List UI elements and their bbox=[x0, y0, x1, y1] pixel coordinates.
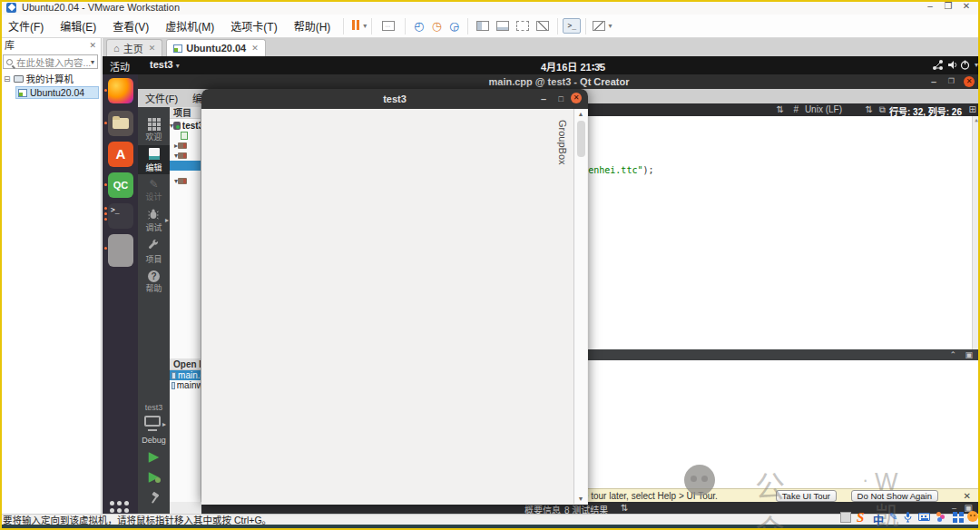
mode-edit[interactable]: 编辑 bbox=[138, 145, 170, 174]
kit-selector-button[interactable]: ▸ bbox=[144, 416, 161, 431]
tree-row-selected[interactable] bbox=[170, 161, 201, 171]
test3-maximize-icon[interactable]: □ bbox=[559, 89, 564, 109]
search-dropdown-icon[interactable]: ▾ bbox=[91, 58, 94, 66]
run-button[interactable]: ▶ bbox=[138, 450, 170, 463]
power-icon[interactable] bbox=[959, 59, 971, 73]
build-button[interactable] bbox=[138, 492, 170, 505]
collapse-icon[interactable]: ⌃ bbox=[949, 350, 956, 359]
toolbox-grid-icon[interactable] bbox=[953, 512, 964, 523]
mode-projects[interactable]: 项目 bbox=[138, 240, 170, 269]
mode-design[interactable]: ✎ 设计 bbox=[138, 178, 170, 207]
test3-close-icon[interactable]: ✕ bbox=[571, 93, 582, 103]
library-close-icon[interactable]: ✕ bbox=[89, 38, 96, 53]
tab-close-icon[interactable]: ✕ bbox=[251, 44, 259, 53]
stretch-dropdown-icon[interactable]: ▾ bbox=[608, 22, 612, 30]
unity-mode-icon[interactable] bbox=[536, 21, 549, 31]
appmenu-button[interactable]: test3 ▾ bbox=[150, 59, 180, 70]
sogou-logo-icon[interactable]: S bbox=[857, 510, 864, 525]
pause-dropdown-icon[interactable]: ▾ bbox=[363, 22, 367, 30]
window-restore-button[interactable]: ❐ bbox=[940, 1, 956, 11]
menu-tabs[interactable]: 选项卡(T) bbox=[222, 18, 285, 34]
firefox-icon[interactable] bbox=[108, 78, 133, 103]
qt-menu-file[interactable]: 文件(F) bbox=[138, 91, 185, 105]
terminal-icon[interactable]: >_ bbox=[108, 203, 133, 229]
printer-icon[interactable] bbox=[840, 512, 851, 523]
expand-panel-icon[interactable]: ▣ bbox=[965, 350, 973, 359]
test3-scrollbar[interactable]: ▲ ▼ bbox=[573, 109, 587, 504]
console-view-button[interactable]: >_ bbox=[563, 18, 581, 34]
show-thumbnails-icon[interactable] bbox=[496, 21, 509, 31]
tree-row-profile[interactable] bbox=[170, 131, 201, 141]
tree-row-headers[interactable]: ▸ bbox=[170, 141, 201, 151]
show-library-icon[interactable] bbox=[476, 21, 489, 31]
tab-home[interactable]: ⌂ 主页 ✕ bbox=[106, 39, 162, 56]
pane-updown-icon[interactable]: ⇅ bbox=[621, 503, 628, 513]
mode-debug[interactable]: ▸ 调试 bbox=[138, 209, 170, 238]
do-not-show-again-button[interactable]: Do Not Show Again bbox=[851, 490, 938, 502]
soft-keyboard-icon[interactable] bbox=[918, 513, 930, 521]
ime-mode-indicator[interactable]: 中 bbox=[873, 512, 884, 527]
notification-close-icon[interactable]: ✕ bbox=[964, 491, 971, 501]
tab-ubuntu-vm[interactable]: Ubuntu20.04 ✕ bbox=[166, 39, 266, 56]
open-doc-item[interactable]: mainwindow.cpp bbox=[170, 380, 201, 390]
menu-vm[interactable]: 虚拟机(M) bbox=[157, 18, 222, 34]
expander-minus-icon[interactable]: ⊟ bbox=[4, 74, 11, 84]
files-icon[interactable] bbox=[108, 111, 133, 136]
microphone-icon[interactable] bbox=[904, 512, 912, 525]
clock-button[interactable]: 4月16日 21∶35 bbox=[541, 59, 605, 74]
qtcreator-titlebar[interactable]: main.cpp @ test3 - Qt Creator – ❐ ✕ bbox=[138, 74, 980, 89]
line-ending-select[interactable]: Unix (LF) bbox=[805, 104, 842, 114]
handwriting-pen-icon[interactable]: ✎ bbox=[889, 511, 897, 523]
library-search-box[interactable]: 在此处键入内容... ▾ bbox=[3, 54, 98, 69]
scrollbar-thumb[interactable] bbox=[577, 121, 585, 157]
test3-minimize-icon[interactable]: – bbox=[541, 89, 546, 109]
ubuntu-software-icon[interactable]: A bbox=[108, 142, 133, 167]
qc-app-icon[interactable]: QC bbox=[108, 172, 133, 198]
qt-maximize-icon[interactable]: ❐ bbox=[948, 74, 955, 89]
activities-button[interactable]: 活动 bbox=[110, 59, 130, 74]
library-tree-vm[interactable]: Ubuntu20.04 bbox=[15, 86, 99, 99]
qt-minimize-icon[interactable]: – bbox=[931, 74, 936, 89]
vm-pause-button[interactable] bbox=[348, 20, 363, 32]
window-minimize-button[interactable]: – bbox=[922, 1, 938, 11]
tree-row-project-root[interactable]: ▾ test3 bbox=[170, 121, 201, 131]
stretch-guest-icon[interactable] bbox=[593, 21, 605, 31]
updown-icon[interactable]: ⇅ bbox=[777, 104, 784, 114]
updown-icon[interactable]: ⇅ bbox=[866, 104, 873, 114]
link-icon[interactable]: ⧉ bbox=[879, 104, 886, 115]
scroll-up-icon[interactable]: ▲ bbox=[574, 111, 587, 117]
take-ui-tour-button[interactable]: Take UI Tour bbox=[776, 490, 837, 502]
network-icon[interactable] bbox=[932, 59, 944, 73]
scroll-down-icon[interactable]: ▼ bbox=[574, 496, 587, 502]
test3-titlebar[interactable]: test3 – □ ✕ bbox=[201, 89, 588, 109]
editor-scrollbar[interactable]: ▲ bbox=[972, 116, 980, 349]
scroll-up-icon[interactable]: ▲ bbox=[973, 116, 980, 123]
qt-close-icon[interactable]: ✕ bbox=[964, 76, 975, 87]
library-tree-root[interactable]: ⊟ 我的计算机 bbox=[0, 73, 101, 85]
split-editor-icon[interactable]: ⊞ bbox=[969, 104, 976, 114]
menu-help[interactable]: 帮助(H) bbox=[286, 18, 339, 34]
tray-chevron-icon[interactable]: ▾ bbox=[975, 61, 978, 69]
menu-view[interactable]: 查看(V) bbox=[104, 18, 157, 34]
mode-welcome[interactable]: 欢迎 bbox=[138, 114, 170, 143]
snapshot-manager-icon[interactable]: ◶ bbox=[449, 20, 459, 32]
debug-bug-icon bbox=[148, 212, 160, 221]
projects-pane-header[interactable]: 项目 bbox=[170, 107, 201, 119]
snapshot-take-icon[interactable]: ◴ bbox=[414, 20, 424, 32]
open-documents-header[interactable]: Open Documents bbox=[170, 358, 201, 370]
tree-row-sources[interactable]: ▾ bbox=[170, 151, 201, 161]
emoji-icon[interactable] bbox=[967, 511, 978, 522]
ctrl-alt-del-icon[interactable]: ⋯ bbox=[382, 21, 395, 31]
tab-close-icon[interactable]: ✕ bbox=[149, 44, 156, 53]
mode-help[interactable]: ? 帮助 bbox=[138, 270, 170, 299]
active-app-icon[interactable] bbox=[108, 234, 133, 267]
fullscreen-icon[interactable] bbox=[516, 21, 529, 31]
open-doc-item[interactable]: main.cpp bbox=[170, 370, 201, 380]
debug-run-button[interactable]: ▶ bbox=[138, 470, 170, 483]
tree-row-forms[interactable]: ▾ bbox=[170, 176, 201, 186]
menu-edit[interactable]: 编辑(E) bbox=[52, 18, 104, 34]
window-close-button[interactable]: ✕ bbox=[958, 1, 975, 11]
snapshot-revert-icon[interactable]: ◷ bbox=[432, 20, 442, 32]
volume-icon[interactable] bbox=[946, 59, 958, 73]
menu-file[interactable]: 文件(F) bbox=[0, 18, 52, 34]
